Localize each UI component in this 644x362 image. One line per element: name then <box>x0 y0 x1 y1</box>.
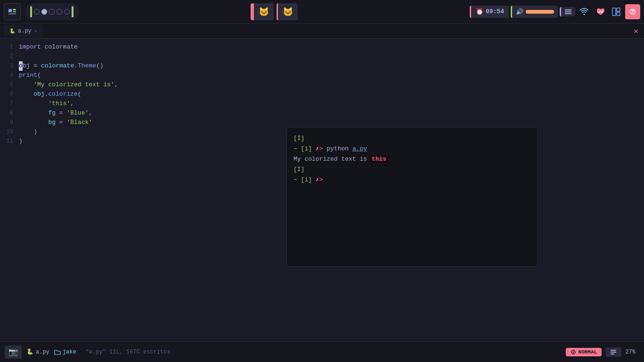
status-filename: a.py <box>36 349 49 355</box>
encoding-badge <box>605 347 621 357</box>
status-python-icon: 🐍 <box>26 348 33 355</box>
svg-point-10 <box>572 351 574 353</box>
dot-3 <box>49 9 55 15</box>
cat-icon-left: 🐱 <box>259 7 269 17</box>
status-foldername: jake <box>63 349 76 355</box>
code-line-1: 1 import colormate <box>0 42 644 52</box>
dot-4 <box>57 9 62 15</box>
topbar-right: ⏰ 09:54 🔊 <box>470 4 640 19</box>
terminal-highlight: this <box>371 156 387 163</box>
volume-widget: 🔊 <box>511 6 558 18</box>
dot-1 <box>34 9 40 15</box>
right-bar-indicator <box>72 6 73 17</box>
code-line-9: 9 bg = 'Black' <box>0 118 644 127</box>
svg-rect-3 <box>8 13 16 15</box>
svg-rect-13 <box>611 354 614 354</box>
volume-icon: 🔊 <box>516 8 523 16</box>
menu-line-3 <box>565 13 571 14</box>
svg-rect-6 <box>617 12 620 16</box>
terminal-panel: [I] ~ [i] ✗> python a.py My colorized te… <box>286 127 538 267</box>
editor-close-button[interactable]: ✕ <box>634 26 638 36</box>
cat-widget-left[interactable]: 🐱 <box>251 3 274 20</box>
wifi-icon <box>577 5 591 19</box>
svg-rect-1 <box>13 9 16 10</box>
menu-widget[interactable] <box>560 7 575 16</box>
cat-widget-right[interactable]: 🐱 <box>277 3 298 20</box>
code-line-7: 7 'this', <box>0 99 644 108</box>
scroll-percent: 27% <box>625 349 639 355</box>
left-bar-indicator <box>30 6 32 17</box>
topbar-logo <box>4 3 21 20</box>
mode-icon <box>571 349 576 355</box>
svg-rect-5 <box>617 8 620 11</box>
menu-line-1 <box>565 9 571 10</box>
volume-bar <box>526 10 554 14</box>
topbar-left <box>4 3 79 20</box>
dot-5 <box>64 9 70 15</box>
tab-filename: a.py <box>18 28 32 34</box>
power-button[interactable] <box>625 4 640 19</box>
tab-bar: 🐍 a.py ✕ ✕ <box>0 24 644 39</box>
code-line-6: 6 obj.colorize( <box>0 90 644 99</box>
terminal-line-4: [I] <box>293 165 531 175</box>
heart-icon <box>593 5 607 19</box>
svg-rect-0 <box>8 9 12 12</box>
clock-widget: ⏰ 09:54 <box>470 6 509 18</box>
code-line-2: 2 <box>0 52 644 61</box>
status-folder-info: jake <box>54 349 76 355</box>
camera-icon: 📷 <box>5 346 22 359</box>
code-line-5: 5 'My colorized text is', <box>0 80 644 90</box>
logo-icon <box>8 7 17 16</box>
terminal-content: [I] ~ [i] ✗> python a.py My colorized te… <box>287 128 538 191</box>
clock-display: 09:54 <box>486 8 504 15</box>
status-bar: 📷 🐍 a.py jake "a.py" 11L, 167C escritos … <box>0 341 644 362</box>
terminal-line-2: ~ [i] ✗> python a.py <box>293 144 531 154</box>
svg-rect-4 <box>612 8 616 16</box>
svg-rect-2 <box>13 11 16 12</box>
clock-icon: ⏰ <box>476 8 483 16</box>
topbar-center: 🐱 🐱 <box>251 3 298 20</box>
topbar: 🐱 🐱 ⏰ 09:54 🔊 <box>0 0 644 24</box>
cat-icon-right: 🐱 <box>283 7 293 17</box>
terminal-line-3: My colorized text is this <box>293 154 531 165</box>
svg-rect-12 <box>611 352 616 353</box>
tab-python-icon: 🐍 <box>9 28 15 34</box>
code-line-4: 4 print( <box>0 71 644 80</box>
tab-close-button[interactable]: ✕ <box>34 28 37 34</box>
editor-tab[interactable]: 🐍 a.py ✕ <box>4 25 43 38</box>
folder-icon <box>54 349 61 355</box>
terminal-line-1: [I] <box>293 133 531 144</box>
menu-line-2 <box>565 11 571 12</box>
encoding-icon <box>610 349 617 355</box>
terminal-line-5: ~ [i] ✗> <box>293 175 531 185</box>
status-file-info: 🐍 a.py <box>26 348 49 355</box>
status-message: "a.py" 11L, 167C escritos <box>81 349 171 355</box>
mode-badge: NORMAL <box>566 348 602 356</box>
status-right: NORMAL 27% <box>566 347 639 357</box>
editor-container: 🐍 a.py ✕ ✕ 1 import colormate 2 3 obj = … <box>0 24 644 341</box>
status-left: 📷 🐍 a.py jake "a.py" 11L, 167C escritos <box>5 346 171 359</box>
dot-2 <box>41 9 47 15</box>
code-line-3: 3 obj = colormate.Theme() <box>0 61 644 71</box>
code-line-8: 8 fg = 'Blue', <box>0 108 644 118</box>
svg-rect-11 <box>611 350 616 351</box>
layout-icon <box>609 5 623 19</box>
